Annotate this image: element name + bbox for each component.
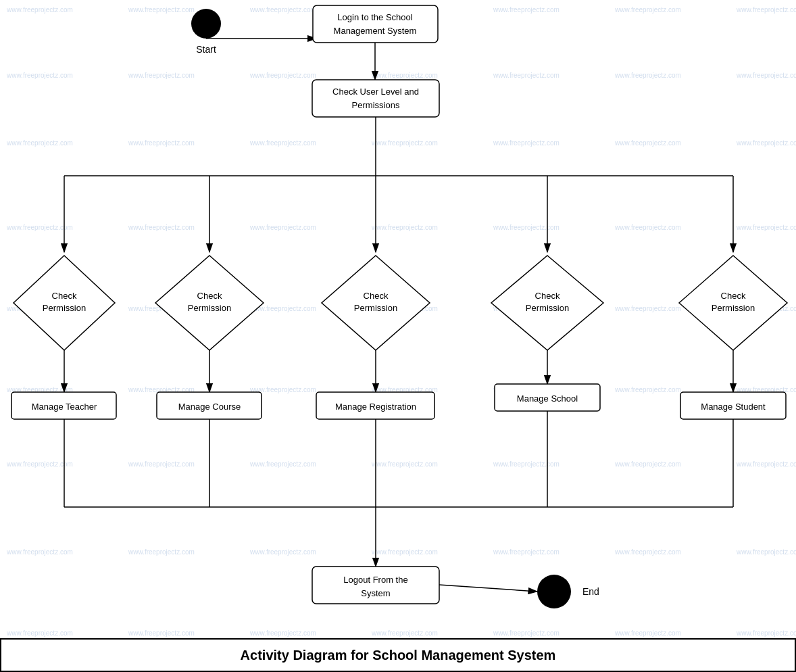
svg-text:www.freeprojectz.com: www.freeprojectz.com	[614, 305, 681, 312]
manage-teacher-label: Manage Teacher	[32, 402, 97, 412]
svg-text:www.freeprojectz.com: www.freeprojectz.com	[736, 629, 796, 637]
svg-text:www.freeprojectz.com: www.freeprojectz.com	[614, 629, 681, 637]
check-user-label-line1: Check User Level and	[332, 87, 419, 97]
footer-bar: Activity Diagram for School Management S…	[0, 638, 796, 672]
svg-text:www.freeprojectz.com: www.freeprojectz.com	[614, 548, 681, 556]
svg-text:www.freeprojectz.com: www.freeprojectz.com	[6, 548, 73, 556]
svg-text:www.freeprojectz.com: www.freeprojectz.com	[6, 139, 73, 147]
svg-text:www.freeprojectz.com: www.freeprojectz.com	[128, 72, 195, 79]
start-label: Start	[196, 44, 216, 55]
manage-registration-label: Manage Registration	[335, 402, 416, 412]
diamond-4-line1: Check	[535, 291, 560, 301]
svg-text:www.freeprojectz.com: www.freeprojectz.com	[614, 139, 681, 147]
svg-text:www.freeprojectz.com: www.freeprojectz.com	[736, 6, 796, 14]
svg-text:www.freeprojectz.com: www.freeprojectz.com	[493, 72, 559, 79]
login-box	[313, 5, 438, 43]
svg-text:www.freeprojectz.com: www.freeprojectz.com	[6, 224, 73, 231]
svg-text:www.freeprojectz.com: www.freeprojectz.com	[371, 72, 438, 79]
svg-text:www.freeprojectz.com: www.freeprojectz.com	[371, 460, 438, 468]
end-node	[537, 575, 571, 608]
svg-text:www.freeprojectz.com: www.freeprojectz.com	[614, 6, 681, 14]
svg-text:www.freeprojectz.com: www.freeprojectz.com	[493, 548, 559, 556]
svg-text:www.freeprojectz.com: www.freeprojectz.com	[371, 548, 438, 556]
svg-text:www.freeprojectz.com: www.freeprojectz.com	[493, 224, 559, 231]
svg-text:www.freeprojectz.com: www.freeprojectz.com	[6, 72, 73, 79]
svg-text:www.freeprojectz.com: www.freeprojectz.com	[128, 224, 195, 231]
svg-text:www.freeprojectz.com: www.freeprojectz.com	[614, 72, 681, 79]
svg-text:www.freeprojectz.com: www.freeprojectz.com	[249, 548, 316, 556]
svg-text:www.freeprojectz.com: www.freeprojectz.com	[6, 629, 73, 637]
svg-text:www.freeprojectz.com: www.freeprojectz.com	[371, 139, 438, 147]
svg-text:www.freeprojectz.com: www.freeprojectz.com	[493, 6, 559, 14]
diamond-2-line1: Check	[197, 291, 222, 301]
svg-text:www.freeprojectz.com: www.freeprojectz.com	[249, 224, 316, 231]
svg-text:www.freeprojectz.com: www.freeprojectz.com	[614, 224, 681, 231]
svg-text:www.freeprojectz.com: www.freeprojectz.com	[614, 386, 681, 393]
svg-line-86	[439, 585, 537, 592]
svg-text:www.freeprojectz.com: www.freeprojectz.com	[493, 460, 559, 468]
end-label: End	[582, 586, 599, 597]
logout-label-line2: System	[361, 588, 390, 598]
svg-text:www.freeprojectz.com: www.freeprojectz.com	[128, 460, 195, 468]
diamond-1-line2: Permission	[43, 303, 86, 313]
manage-school-label: Manage School	[517, 393, 578, 404]
svg-text:www.freeprojectz.com: www.freeprojectz.com	[736, 139, 796, 147]
svg-text:www.freeprojectz.com: www.freeprojectz.com	[128, 548, 195, 556]
svg-text:www.freeprojectz.com: www.freeprojectz.com	[128, 6, 195, 14]
diamond-1-line1: Check	[52, 291, 77, 301]
login-label-line2: Management System	[334, 26, 417, 36]
svg-text:www.freeprojectz.com: www.freeprojectz.com	[249, 139, 316, 147]
svg-text:www.freeprojectz.com: www.freeprojectz.com	[736, 72, 796, 79]
logout-label-line1: Logout From the	[343, 575, 407, 585]
svg-text:www.freeprojectz.com: www.freeprojectz.com	[493, 629, 559, 637]
manage-student-label: Manage Student	[701, 402, 766, 412]
svg-text:www.freeprojectz.com: www.freeprojectz.com	[736, 224, 796, 231]
svg-text:www.freeprojectz.com: www.freeprojectz.com	[6, 6, 73, 14]
svg-text:www.freeprojectz.com: www.freeprojectz.com	[249, 460, 316, 468]
svg-text:www.freeprojectz.com: www.freeprojectz.com	[493, 139, 559, 147]
manage-course-label: Manage Course	[178, 402, 241, 412]
svg-text:www.freeprojectz.com: www.freeprojectz.com	[736, 460, 796, 468]
diagram-title: Activity Diagram for School Management S…	[241, 648, 556, 663]
svg-text:www.freeprojectz.com: www.freeprojectz.com	[128, 139, 195, 147]
diamond-5-line1: Check	[721, 291, 746, 301]
svg-text:www.freeprojectz.com: www.freeprojectz.com	[614, 460, 681, 468]
svg-text:www.freeprojectz.com: www.freeprojectz.com	[371, 629, 438, 637]
diamond-3-line1: Check	[364, 291, 389, 301]
svg-text:www.freeprojectz.com: www.freeprojectz.com	[6, 460, 73, 468]
svg-text:www.freeprojectz.com: www.freeprojectz.com	[128, 629, 195, 637]
diagram-area: www.freeprojectz.com www.freeprojectz.co…	[0, 0, 796, 672]
svg-text:www.freeprojectz.com: www.freeprojectz.com	[249, 629, 316, 637]
activity-diagram: www.freeprojectz.com www.freeprojectz.co…	[0, 0, 796, 672]
diamond-3-line2: Permission	[354, 303, 397, 313]
svg-text:www.freeprojectz.com: www.freeprojectz.com	[371, 224, 438, 231]
diamond-4-line2: Permission	[526, 303, 569, 313]
svg-text:www.freeprojectz.com: www.freeprojectz.com	[249, 6, 316, 14]
login-label-line1: Login to the School	[337, 12, 412, 22]
check-user-label-line2: Permissions	[352, 100, 400, 110]
diamond-5-line2: Permission	[712, 303, 755, 313]
diamond-2-line2: Permission	[188, 303, 231, 313]
check-user-box	[312, 80, 439, 117]
svg-text:www.freeprojectz.com: www.freeprojectz.com	[249, 72, 316, 79]
svg-text:www.freeprojectz.com: www.freeprojectz.com	[736, 548, 796, 556]
